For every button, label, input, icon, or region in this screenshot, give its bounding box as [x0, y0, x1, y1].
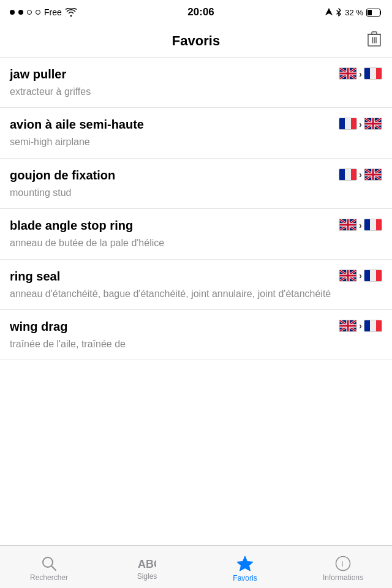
status-right: 32 %	[325, 8, 382, 17]
search-icon	[41, 556, 57, 571]
flag-fr	[364, 320, 382, 332]
flag-badge: ›	[339, 118, 382, 130]
list-item-subtitle: semi-high airplane	[10, 135, 333, 149]
flag-badge: ›	[339, 320, 382, 332]
svg-text:ABC: ABC	[138, 558, 156, 570]
direction-arrow: ›	[359, 69, 362, 79]
list-item[interactable]: blade angle stop ring anneau de butée de…	[0, 209, 392, 259]
list-item-title: ring seal	[10, 268, 333, 284]
svg-line-11	[51, 566, 56, 570]
signal-dot-3	[27, 10, 32, 15]
list-item[interactable]: wing drag traînée de l'aile, traînée de …	[0, 310, 392, 360]
favorites-list: jaw puller extracteur à griffes › avio	[0, 58, 392, 545]
list-item-text: jaw puller extracteur à griffes	[10, 66, 339, 99]
tab-sigles[interactable]: ABC Sigles	[98, 553, 196, 581]
list-item[interactable]: jaw puller extracteur à griffes ›	[0, 58, 392, 108]
direction-arrow: ›	[359, 119, 362, 129]
list-item-text: wing drag traînée de l'aile, traînée de	[10, 318, 339, 351]
tab-favoris-label: Favoris	[233, 574, 257, 582]
flag-fr	[364, 67, 382, 80]
direction-arrow: ›	[359, 270, 362, 281]
list-item-subtitle: mounting stud	[10, 186, 333, 200]
list-item-text: blade angle stop ring anneau de butée de…	[10, 217, 339, 250]
tab-informations-label: Informations	[323, 573, 363, 582]
svg-rect-1	[368, 10, 372, 15]
flag-fr	[339, 168, 357, 181]
tab-informations[interactable]: i Informations	[294, 552, 392, 582]
status-time: 20:06	[187, 6, 214, 18]
abc-icon: ABC	[138, 557, 156, 570]
flag-badge: ›	[339, 270, 382, 282]
flag-badge: ›	[339, 219, 382, 231]
tab-bar: Rechercher ABC Sigles Favoris i Informat…	[0, 545, 392, 588]
battery-label: 32 %	[345, 8, 363, 17]
signal-dot-2	[18, 10, 23, 15]
star-icon	[236, 555, 254, 572]
signal-dot-4	[36, 10, 40, 15]
flag-uk	[364, 168, 382, 181]
bluetooth-icon	[336, 8, 342, 17]
status-bar: Free 20:06 32 %	[0, 0, 392, 24]
svg-marker-13	[237, 556, 253, 571]
info-icon: i	[335, 556, 351, 571]
trash-button[interactable]	[368, 31, 381, 51]
list-item-subtitle: extracteur à griffes	[10, 85, 333, 99]
flag-badge: ›	[339, 168, 382, 181]
flag-uk	[339, 219, 357, 231]
list-item-subtitle: anneau de butée de la pale d'hélice	[10, 236, 333, 250]
carrier-label: Free	[44, 7, 62, 17]
list-item-text: goujon de fixation mounting stud	[10, 167, 339, 200]
list-item-title: jaw puller	[10, 66, 333, 82]
tab-favoris[interactable]: Favoris	[196, 551, 294, 582]
tab-sigles-label: Sigles	[137, 572, 157, 581]
list-item-title: goujon de fixation	[10, 167, 333, 183]
flag-badge: ›	[339, 67, 382, 80]
tab-rechercher-label: Rechercher	[30, 573, 68, 582]
nav-bar: Favoris	[0, 24, 392, 58]
flag-uk	[339, 320, 357, 332]
signal-dot-1	[10, 10, 15, 15]
list-item-title: avion à aile semi-haute	[10, 116, 333, 132]
location-icon	[325, 8, 333, 17]
nav-title: Favoris	[172, 33, 220, 49]
svg-text:i: i	[342, 559, 344, 568]
list-item-subtitle: anneau d'étanchéité, bague d'étanchéité,…	[10, 287, 333, 301]
list-item-text: avion à aile semi-haute semi-high airpla…	[10, 116, 339, 149]
list-item-text: ring seal anneau d'étanchéité, bague d'é…	[10, 268, 339, 301]
list-item[interactable]: goujon de fixation mounting stud ›	[0, 159, 392, 209]
list-item-title: wing drag	[10, 318, 333, 334]
list-item-title: blade angle stop ring	[10, 217, 333, 233]
list-item[interactable]: ring seal anneau d'étanchéité, bague d'é…	[0, 260, 392, 310]
direction-arrow: ›	[359, 220, 362, 230]
flag-uk	[364, 118, 382, 130]
flag-uk	[339, 270, 357, 282]
flag-uk	[339, 67, 357, 80]
flag-fr	[339, 118, 357, 130]
status-left: Free	[10, 7, 77, 17]
direction-arrow: ›	[359, 320, 362, 331]
wifi-icon	[66, 8, 77, 17]
direction-arrow: ›	[359, 169, 362, 179]
flag-fr	[364, 270, 382, 282]
tab-rechercher[interactable]: Rechercher	[0, 552, 98, 582]
list-item-subtitle: traînée de l'aile, traînée de	[10, 337, 333, 351]
battery-icon	[366, 9, 382, 17]
list-item[interactable]: avion à aile semi-haute semi-high airpla…	[0, 108, 392, 158]
flag-fr	[364, 219, 382, 231]
